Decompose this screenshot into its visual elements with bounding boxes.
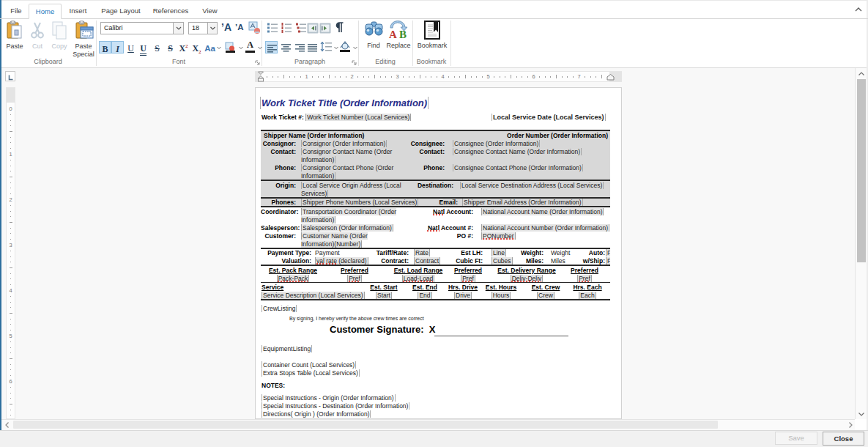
svg-text:B: B xyxy=(399,29,407,39)
svg-text:A: A xyxy=(389,29,397,39)
